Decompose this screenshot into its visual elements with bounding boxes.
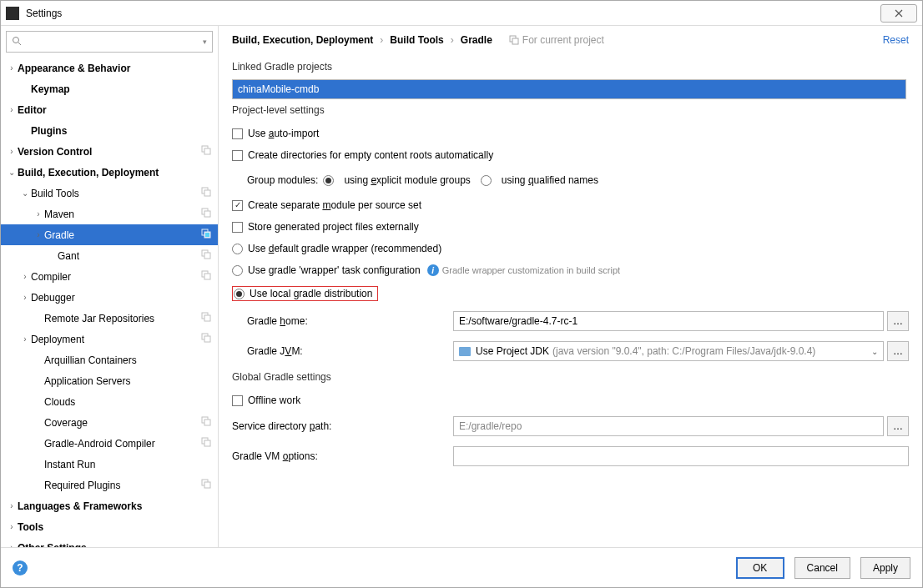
search-input[interactable]: ▾ — [6, 31, 213, 53]
tree-item-languages[interactable]: ›Languages & Frameworks — [1, 495, 218, 516]
tree-item-plugins[interactable]: Plugins — [1, 120, 218, 141]
title-bar: Settings — [1, 1, 922, 26]
tree-item-required-plugins[interactable]: Required Plugins — [1, 475, 218, 495]
app-icon — [6, 7, 19, 20]
auto-import-checkbox[interactable] — [232, 128, 243, 139]
use-default-row[interactable]: Use default gradle wrapper (recommended) — [232, 243, 909, 254]
separate-module-row[interactable]: Create separate module per source set — [232, 199, 909, 211]
auto-import-label: Use auto-import — [248, 128, 319, 139]
tree-item-build[interactable]: ⌄Build, Execution, Deployment — [1, 162, 218, 183]
create-dirs-checkbox[interactable] — [232, 150, 243, 161]
use-local-radio[interactable] — [234, 289, 245, 299]
offline-checkbox[interactable] — [232, 395, 243, 406]
main-panel: ▾ ›Appearance & Behavior Keymap ›Editor … — [1, 26, 922, 547]
svg-rect-21 — [204, 440, 210, 446]
linked-label: Linked Gradle projects — [232, 61, 909, 73]
tree-item-build-tools[interactable]: ⌄Build Tools — [1, 183, 218, 204]
create-dirs-label: Create directories for empty content roo… — [248, 149, 493, 161]
qualified-label[interactable]: using qualified names — [502, 174, 598, 186]
settings-tree: ›Appearance & Behavior Keymap ›Editor Pl… — [1, 58, 218, 547]
gradle-home-label: Gradle home: — [232, 315, 453, 327]
linked-project-list[interactable]: chinaMobile-cmdb — [232, 79, 906, 99]
tree-item-appearance[interactable]: ›Appearance & Behavior — [1, 58, 218, 78]
apply-button[interactable]: Apply — [860, 557, 910, 579]
tree-item-gradle-android[interactable]: Gradle-Android Compiler — [1, 433, 218, 454]
tree-item-instant-run[interactable]: Instant Run — [1, 454, 218, 475]
create-dirs-row[interactable]: Create directories for empty content roo… — [232, 149, 909, 161]
tree-item-deployment[interactable]: ›Deployment — [1, 329, 218, 349]
use-wrapper-label: Use gradle 'wrapper' task configuration — [248, 264, 421, 276]
scope-icon — [201, 312, 211, 322]
service-dir-browse-button[interactable]: … — [887, 416, 909, 436]
scope-icon — [201, 479, 211, 489]
svg-rect-23 — [204, 482, 210, 488]
use-wrapper-row[interactable]: Use gradle 'wrapper' task configuration … — [232, 264, 909, 276]
scope-icon — [509, 35, 519, 45]
explicit-radio[interactable] — [323, 175, 334, 186]
tree-item-arquillian[interactable]: Arquillian Containers — [1, 349, 218, 370]
gradle-jvm-browse-button[interactable]: … — [887, 341, 909, 361]
chevron-down-icon: ⌄ — [871, 347, 878, 356]
tree-item-app-servers[interactable]: Application Servers — [1, 370, 218, 391]
cancel-button[interactable]: Cancel — [794, 557, 850, 579]
vm-options-label: Gradle VM options: — [232, 450, 453, 462]
gradle-home-browse-button[interactable]: … — [887, 311, 909, 331]
offline-row[interactable]: Offline work — [232, 395, 909, 406]
wrapper-info-text: Gradle wrapper customization in build sc… — [442, 265, 620, 275]
explicit-label[interactable]: using explicit module groups — [344, 174, 470, 186]
vm-options-row: Gradle VM options: — [232, 446, 909, 466]
svg-rect-5 — [204, 190, 210, 196]
tree-item-other[interactable]: ›Other Settings — [1, 537, 218, 547]
folder-icon — [459, 347, 471, 356]
tree-item-keymap[interactable]: Keymap — [1, 78, 218, 99]
use-wrapper-radio[interactable] — [232, 265, 243, 276]
reset-link[interactable]: Reset — [883, 34, 909, 46]
tree-item-gant[interactable]: Gant — [1, 245, 218, 266]
scope-icon — [201, 437, 211, 447]
qualified-radio[interactable] — [481, 175, 492, 186]
svg-rect-17 — [204, 336, 210, 342]
use-default-radio[interactable] — [232, 244, 243, 254]
tree-item-remote-jar[interactable]: Remote Jar Repositories — [1, 308, 218, 329]
tree-item-compiler[interactable]: ›Compiler — [1, 266, 218, 287]
gradle-home-input[interactable]: E:/software/gradle-4.7-rc-1 — [453, 311, 884, 331]
tree-item-gradle[interactable]: ›Gradle — [1, 224, 218, 245]
tree-item-clouds[interactable]: Clouds — [1, 391, 218, 412]
scope-hint: For current project — [509, 34, 604, 46]
tree-item-coverage[interactable]: Coverage — [1, 412, 218, 433]
jvm-main-text: Use Project JDK — [476, 345, 549, 357]
service-dir-input[interactable]: E:/gradle/repo — [453, 416, 884, 436]
store-ext-checkbox[interactable] — [232, 222, 243, 233]
scope-icon — [201, 416, 211, 426]
use-default-label: Use default gradle wrapper (recommended) — [248, 243, 441, 254]
close-button[interactable] — [880, 4, 917, 23]
tree-item-editor[interactable]: ›Editor — [1, 99, 218, 120]
chevron-right-icon: › — [380, 34, 383, 46]
help-button[interactable]: ? — [13, 560, 28, 575]
vm-options-input[interactable] — [453, 446, 909, 466]
tree-item-debugger[interactable]: ›Debugger — [1, 287, 218, 308]
jvm-suffix-text: (java version "9.0.4", path: C:/Program … — [552, 345, 815, 357]
breadcrumb-1[interactable]: Build, Execution, Deployment — [232, 34, 373, 46]
svg-rect-19 — [204, 420, 210, 425]
tree-item-vcs[interactable]: ›Version Control — [1, 141, 218, 162]
info-icon: i — [427, 264, 439, 276]
separate-module-label: Create separate module per source set — [248, 199, 421, 211]
search-history-icon[interactable]: ▾ — [203, 38, 207, 46]
breadcrumb-2[interactable]: Build Tools — [390, 34, 443, 46]
scope-icon — [201, 249, 211, 259]
svg-rect-11 — [204, 253, 210, 259]
breadcrumb: Build, Execution, Deployment › Build Too… — [232, 34, 909, 46]
linked-project-item[interactable]: chinaMobile-cmdb — [238, 83, 319, 95]
ok-button[interactable]: OK — [736, 557, 784, 579]
tree-item-tools[interactable]: ›Tools — [1, 516, 218, 537]
separate-module-checkbox[interactable] — [232, 200, 243, 211]
breadcrumb-3: Gradle — [461, 34, 492, 46]
gradle-jvm-select[interactable]: Use Project JDK (java version "9.0.4", p… — [453, 341, 884, 361]
svg-rect-9 — [204, 232, 210, 238]
chevron-right-icon: › — [451, 34, 454, 46]
auto-import-row[interactable]: Use auto-import — [232, 128, 909, 139]
store-ext-row[interactable]: Store generated project files externally — [232, 221, 909, 233]
use-local-row[interactable]: Use local gradle distribution — [232, 286, 909, 301]
tree-item-maven[interactable]: ›Maven — [1, 204, 218, 224]
